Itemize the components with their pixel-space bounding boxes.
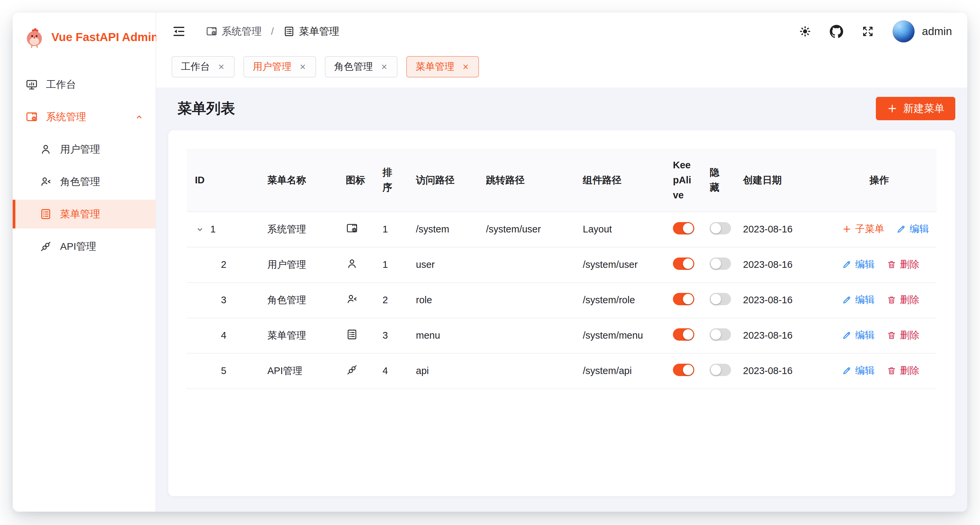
switch-knob (711, 365, 721, 375)
id-cell-content: 3 (195, 295, 251, 306)
system-icon (25, 110, 38, 123)
id-cell-content: 1 (195, 224, 251, 235)
sidebar-item-menus[interactable]: 菜单管理 (13, 200, 156, 228)
pencil-icon (842, 330, 852, 340)
workbench-icon (25, 78, 38, 91)
cell-id: 4 (187, 318, 259, 353)
close-icon[interactable] (380, 63, 388, 71)
menu-order: 1 (382, 259, 388, 270)
main-area: 系统管理 / 菜单管理 admin 工作台 (156, 13, 967, 512)
col-header-path: 访问路径 (408, 149, 478, 212)
menu-name: 系统管理 (267, 224, 306, 235)
tab-menus[interactable]: 菜单管理 (406, 56, 479, 78)
sidebar-nav: 工作台 系统管理 用户管理 角色管理 菜单管理 API管理 (13, 70, 156, 265)
sidebar-item-label: 菜单管理 (60, 207, 100, 221)
sidebar-item-workbench[interactable]: 工作台 (13, 70, 156, 99)
page-title: 菜单列表 (178, 99, 235, 118)
breadcrumb-item-menus[interactable]: 菜单管理 (283, 25, 339, 38)
edit-label: 编辑 (855, 329, 875, 342)
cell-actions: 编辑删除 (822, 247, 937, 282)
trash-icon (886, 330, 897, 340)
tab-roles[interactable]: 角色管理 (325, 56, 398, 78)
cell-keepalive (665, 282, 702, 318)
collapse-sidebar-icon[interactable] (172, 24, 186, 39)
col-header-component: 组件路径 (575, 149, 665, 212)
user-menu[interactable]: admin (892, 21, 952, 42)
sidebar-item-label: 用户管理 (60, 143, 100, 156)
menu-name: 角色管理 (267, 295, 306, 305)
delete-button[interactable]: 删除 (886, 329, 919, 342)
keepalive-switch[interactable] (673, 257, 694, 270)
edit-button[interactable]: 编辑 (842, 293, 875, 306)
cell-order: 1 (374, 247, 408, 282)
cell-name: 菜单管理 (259, 318, 338, 353)
switch-knob (683, 259, 693, 269)
fullscreen-icon[interactable] (861, 25, 875, 38)
pencil-icon (842, 366, 852, 376)
topbar: 系统管理 / 菜单管理 admin (156, 13, 967, 50)
pencil-icon (896, 224, 906, 234)
plus-icon (842, 224, 852, 234)
close-icon[interactable] (299, 63, 307, 71)
sidebar-item-api[interactable]: API管理 (13, 232, 156, 261)
cell-path: menu (408, 318, 478, 353)
keepalive-switch[interactable] (673, 328, 694, 341)
menu-path: api (416, 365, 429, 376)
menu-name: 用户管理 (267, 259, 306, 270)
hidden-switch[interactable] (710, 293, 731, 305)
github-icon[interactable] (830, 25, 843, 38)
tab-workbench[interactable]: 工作台 (172, 56, 235, 78)
id-cell-content: 4 (195, 330, 251, 341)
cell-id: 5 (187, 353, 259, 389)
cell-name: 用户管理 (259, 247, 338, 282)
delete-button[interactable]: 删除 (886, 258, 919, 271)
menu-path: user (416, 259, 434, 270)
hidden-switch[interactable] (710, 257, 731, 270)
sidebar-item-roles[interactable]: 角色管理 (13, 167, 156, 196)
edit-label: 编辑 (855, 258, 875, 271)
create-menu-button[interactable]: 新建菜单 (876, 97, 955, 120)
chevron-down-icon[interactable] (195, 224, 205, 235)
cell-name: 系统管理 (259, 212, 338, 247)
close-icon[interactable] (217, 63, 225, 71)
breadcrumb-item-system[interactable]: 系统管理 (205, 25, 262, 38)
delete-label: 删除 (900, 364, 919, 377)
tab-users[interactable]: 用户管理 (243, 56, 316, 78)
edit-button[interactable]: 编辑 (842, 258, 875, 271)
topbar-actions: admin (799, 21, 952, 42)
table-row: 2用户管理1user/system/user2023-08-16编辑删除 (187, 247, 937, 282)
edit-button[interactable]: 编辑 (842, 329, 875, 342)
table-row: 1系统管理1/system/system/userLayout2023-08-1… (187, 212, 937, 247)
hidden-switch[interactable] (710, 328, 731, 341)
table-row: 5API管理4api/system/api2023-08-16编辑删除 (187, 353, 937, 389)
switch-knob (683, 294, 693, 304)
edit-label: 编辑 (855, 293, 875, 306)
cell-icon (338, 318, 374, 353)
cell-order: 3 (374, 318, 408, 353)
breadcrumb-separator: / (271, 26, 274, 37)
switch-knob (683, 329, 693, 340)
tab-label: 工作台 (181, 60, 210, 73)
hidden-switch[interactable] (710, 222, 731, 235)
edit-button[interactable]: 编辑 (896, 222, 929, 236)
add-submenu-button[interactable]: 子菜单 (842, 222, 884, 236)
hidden-switch[interactable] (710, 364, 731, 376)
cell-redirect (478, 282, 575, 318)
cell-redirect: /system/user (478, 212, 575, 247)
cell-path: /system (408, 212, 478, 247)
col-header-actions: 操作 (822, 149, 937, 212)
keepalive-switch[interactable] (673, 364, 694, 376)
cell-hidden (702, 212, 735, 247)
avatar[interactable] (892, 21, 915, 42)
cell-order: 2 (374, 282, 408, 318)
delete-button[interactable]: 删除 (886, 364, 919, 377)
keepalive-switch[interactable] (673, 293, 694, 305)
close-icon[interactable] (461, 63, 469, 71)
delete-button[interactable]: 删除 (886, 293, 919, 306)
keepalive-switch[interactable] (673, 222, 694, 235)
theme-sun-icon[interactable] (799, 25, 812, 38)
sidebar-item-system[interactable]: 系统管理 (13, 102, 156, 131)
sidebar-item-label: 系统管理 (46, 110, 86, 124)
edit-button[interactable]: 编辑 (842, 364, 875, 377)
sidebar-item-users[interactable]: 用户管理 (13, 135, 156, 164)
